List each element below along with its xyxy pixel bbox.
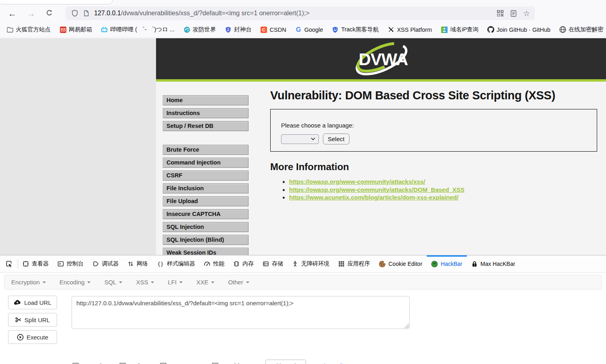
menu-xss[interactable]: XSS [129,275,161,289]
checkbox-cookies[interactable]: Cookies [212,362,246,364]
post-data-checkbox[interactable] [72,363,79,364]
sidebar-item-sql-injection-blind[interactable]: SQL Injection (Blind) [163,235,249,245]
element-picker-button[interactable] [0,255,18,272]
netease-mail-icon [60,26,66,33]
checkbox-post-data[interactable]: Post data [72,362,111,364]
caret-down-icon [119,282,122,283]
devtools-tab-console[interactable]: 控制台 [53,255,88,272]
devtools-tab-cookie-editor[interactable]: Cookie Editor [374,255,427,272]
split-url-button[interactable]: Split URL [8,313,57,327]
menu-xxe[interactable]: XXE [189,275,221,289]
caret-down-icon [211,282,214,283]
devtools-tab-style-editor[interactable]: {} 样式编辑器 [152,255,199,272]
folder-icon [6,26,13,33]
adworld-icon [183,26,190,33]
bookmark-github[interactable]: Join GitHub · GitHub [487,26,551,33]
menu-lfi[interactable]: LFI [161,275,189,289]
reload-button[interactable] [46,9,53,18]
sidebar-item-csrf[interactable]: CSRF [163,171,249,181]
dvwa-green-stripe [156,79,606,82]
bookmark-domain-ip[interactable]: 域名iP查询 [441,26,479,33]
inspector-icon [23,261,29,267]
user-agent-checkbox[interactable] [160,363,166,364]
referer-checkbox[interactable] [119,363,126,364]
checkbox-referer[interactable]: Referer [119,362,151,364]
reader-mode-icon[interactable] [510,10,517,17]
devtools-tab-inspector[interactable]: 查看器 [18,255,53,272]
browser-tab[interactable] [0,0,113,4]
devtools-tab-performance[interactable]: 性能 [199,255,229,272]
devtools-tab-debugger[interactable]: 调试器 [88,255,123,272]
bookmark-netease-mail[interactable]: 网易邮箱 [60,26,92,33]
caret-down-icon [246,282,249,283]
sidebar-item-weak-session-ids[interactable]: Weak Session IDs [163,248,249,255]
info-link-owasp-xss[interactable]: https://owasp.org/www-community/attacks/… [289,178,425,185]
bookmark-adworld[interactable]: 攻防世界 [183,26,216,33]
sidebar-item-insecure-captcha[interactable]: Insecure CAPTCHA [163,209,249,219]
svg-text:{}: {} [157,261,164,267]
menu-encryption[interactable]: Encryption [4,275,53,289]
devtools-tab-accessibility[interactable]: 无障碍环境 [288,255,334,272]
bookmark-online-crypto[interactable]: 在线加密解密 [559,26,604,33]
tab-strip [0,0,606,4]
back-button[interactable]: ← [8,9,16,18]
language-select[interactable] [281,134,319,144]
sidebar-item-setup[interactable]: Setup / Reset DB [163,121,249,131]
sidebar-item-sql-injection[interactable]: SQL Injection [163,222,249,232]
caret-down-icon [179,282,183,283]
forward-button[interactable]: → [27,9,35,18]
sidebar-item-command-injection[interactable]: Command Injection [163,158,249,168]
url-textarea-wrap: http://127.0.0.1/dvwa/vulnerabilities/xs… [72,296,410,329]
load-url-button[interactable]: Load URL [8,296,57,309]
bilibili-icon [101,26,108,33]
qr-code-icon[interactable] [497,10,504,17]
page-title: Vulnerability: DOM Based Cross Site Scri… [270,89,600,102]
devtools-tab-network[interactable]: 网络 [123,255,152,272]
language-form-box: Please choose a language: Select [270,109,597,152]
devtools-tab-application[interactable]: 应用程序 [334,255,374,272]
bookmark-bilibili[interactable]: 哔哩哔哩 ( ゜- ゜)つロ ... [101,26,175,33]
execute-button[interactable]: Execute [8,330,57,344]
domain-ip-icon [441,26,448,33]
clear-all-link[interactable]: Clear All [319,362,343,364]
devtools-tab-max-hackbar[interactable]: Max HacKBar [467,255,520,272]
bookmark-csdn[interactable]: C CSDN [261,26,286,33]
sidebar-item-file-upload[interactable]: File Upload [163,196,249,206]
url-text: 127.0.0.1/dvwa/vulnerabilities/xss_d/?de… [94,10,493,17]
github-icon [487,26,494,33]
bookmark-xss-platform[interactable]: XSS Platform [388,26,432,33]
devtools-tab-memory[interactable]: 内存 [229,255,258,272]
menu-sql[interactable]: SQL [97,275,129,289]
list-item: https://owasp.org/www-community/attacks/… [289,186,600,194]
bookmarks-bar: 火狐官方站点 网易邮箱 哔哩哔哩 ( ゜- ゜)つロ ... 攻防世界 Z [0,22,606,37]
sidebar-item-home[interactable]: Home [163,95,249,105]
select-button[interactable]: Select [323,134,349,144]
bookmark-track-nav[interactable]: Track黑客导航 [332,26,379,33]
browser-chrome: ← → 127.0.0.1/dvwa/vulnerabilities/xss_d… [0,0,606,38]
cookies-checkbox[interactable] [212,363,218,364]
sidebar-item-instructions[interactable]: Instructions [163,108,249,118]
info-link-acunetix[interactable]: https://www.acunetix.com/blog/articles/d… [289,194,458,201]
hackbar-panel: Encryption Encoding SQL XSS LFI XXE Othe… [0,273,606,364]
memory-chip-icon [233,261,240,267]
bookmark-google[interactable]: G Google [295,26,323,33]
url-bar[interactable]: 127.0.0.1/dvwa/vulnerabilities/xss_d/?de… [66,6,535,20]
devtools-tab-storage[interactable]: 存储 [258,255,288,272]
devtools: 查看器 控制台 调试器 网络 {} [0,255,606,364]
menu-encoding[interactable]: Encoding [53,275,98,289]
add-header-button[interactable]: Add Header [265,360,306,364]
console-icon [58,261,64,267]
info-link-owasp-dom-xss[interactable]: https://owasp.org/www-community/attacks/… [289,186,464,193]
bookmark-star-icon[interactable]: ☆ [523,10,530,17]
devtools-tab-hackbar[interactable]: HackBar [427,255,467,272]
menu-other[interactable]: Other [221,275,256,289]
svg-text:C: C [262,27,265,32]
sidebar-item-file-inclusion[interactable]: File Inclusion [163,183,249,193]
page-icon [83,10,89,16]
storage-icon [263,261,269,267]
bookmark-fengshentai[interactable]: Z 封神台 [225,26,252,33]
bookmark-firefox-official[interactable]: 火狐官方站点 [6,26,51,33]
url-textarea[interactable]: http://127.0.0.1/dvwa/vulnerabilities/xs… [72,296,410,329]
checkbox-user-agent[interactable]: User Agent [160,362,203,364]
sidebar-item-brute-force[interactable]: Brute Force [163,145,249,155]
